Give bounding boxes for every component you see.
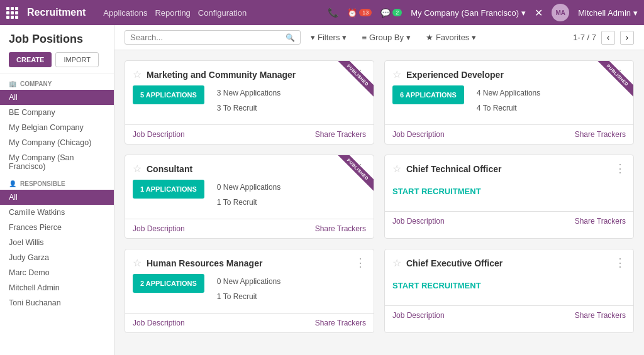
consultant-app-btn[interactable]: 1 APPLICATIONS xyxy=(133,180,204,199)
marketing-share-trackers-link[interactable]: Share Trackers xyxy=(315,130,366,139)
nav-reporting[interactable]: Reporting xyxy=(155,8,190,18)
responsible-section-label: RESPONSIBLE xyxy=(20,180,65,187)
favorites-chevron-icon: ▾ xyxy=(472,33,476,42)
expdev-star-icon[interactable]: ☆ xyxy=(392,68,401,80)
card-ceo: ☆ Chief Executive Officer ⋮ START RECRUI… xyxy=(384,249,634,333)
consultant-card-title: Consultant xyxy=(147,164,192,174)
sidebar-item-camille[interactable]: Camille Watkins xyxy=(0,205,114,220)
card-hr-manager: ☆ Human Resources Manager ⋮ 2 APPLICATIO… xyxy=(125,249,374,333)
toolbar: 🔍 ▾ Filters ▾ ≡ Group By ▾ ★ Favorites ▾… xyxy=(114,25,644,50)
expdev-stats: 4 New Applications 4 To Recruit xyxy=(477,85,540,116)
expdev-menu-icon[interactable]: ⋮ xyxy=(614,68,626,80)
ceo-star-icon[interactable]: ☆ xyxy=(392,257,401,269)
consultant-share-trackers-link[interactable]: Share Trackers xyxy=(315,224,366,233)
group-by-button[interactable]: ≡ Group By ▾ xyxy=(357,30,416,45)
ceo-share-trackers-link[interactable]: Share Trackers xyxy=(575,311,626,320)
marketing-stats: 3 New Applications 3 To Recruit xyxy=(217,85,280,116)
card-marketing: ☆ Marketing and Community Manager ⋮ PUBL… xyxy=(125,60,374,145)
sidebar-item-judy[interactable]: Judy Garza xyxy=(0,250,114,265)
building-icon: 🏢 xyxy=(9,80,16,87)
company-selector[interactable]: My Company (San Francisco) ▾ xyxy=(411,8,526,18)
pagination-label: 1-7 / 7 xyxy=(573,33,596,42)
marketing-app-btn[interactable]: 5 APPLICATIONS xyxy=(133,85,204,104)
activity-btn[interactable]: ⏰ 13 xyxy=(347,8,372,18)
nav-applications[interactable]: Applications xyxy=(103,8,147,18)
favorites-button[interactable]: ★ Favorites ▾ xyxy=(421,30,481,45)
marketing-card-title: Marketing and Community Manager xyxy=(147,70,296,80)
search-input[interactable] xyxy=(130,33,286,42)
cto-star-icon[interactable]: ☆ xyxy=(392,163,401,175)
marketing-star-icon[interactable]: ☆ xyxy=(133,68,142,80)
brand-label: Recruitment xyxy=(27,7,86,18)
sidebar-item-responsible-all[interactable]: All xyxy=(0,190,114,205)
hr-share-trackers-link[interactable]: Share Trackers xyxy=(315,319,366,327)
sidebar: Job Positions CREATE IMPORT 🏢 COMPANY Al… xyxy=(0,25,114,355)
groupby-chevron-icon: ▾ xyxy=(406,33,411,42)
search-icon: 🔍 xyxy=(286,33,295,42)
phone-icon[interactable]: 📞 xyxy=(328,8,338,18)
sidebar-item-chicago[interactable]: My Company (Chicago) xyxy=(0,135,114,150)
top-nav: Recruitment Applications Reporting Confi… xyxy=(0,0,644,25)
expdev-share-trackers-link[interactable]: Share Trackers xyxy=(575,130,626,139)
sidebar-item-be-company[interactable]: BE Company xyxy=(0,105,114,120)
card-consultant: ☆ Consultant ⋮ PUBLISHED 1 APPLICATIONS … xyxy=(125,155,374,239)
cto-menu-icon[interactable]: ⋮ xyxy=(614,163,626,174)
expdev-card-title: Experienced Developer xyxy=(406,70,504,80)
close-icon[interactable]: ✕ xyxy=(535,7,543,19)
ceo-job-desc-link[interactable]: Job Description xyxy=(392,311,445,320)
card-cto: ☆ Chief Technical Officer ⋮ START RECRUI… xyxy=(384,155,634,239)
message-btn[interactable]: 💬 2 xyxy=(380,8,402,18)
import-button[interactable]: IMPORT xyxy=(55,52,99,67)
next-page-button[interactable]: › xyxy=(620,31,634,45)
hr-card-title: Human Resources Manager xyxy=(147,258,262,268)
marketing-menu-icon[interactable]: ⋮ xyxy=(355,68,366,80)
sidebar-item-belgian-company[interactable]: My Belgian Company xyxy=(0,120,114,135)
expdev-app-btn[interactable]: 6 APPLICATIONS xyxy=(392,85,464,104)
sidebar-item-toni[interactable]: Toni Buchanan xyxy=(0,295,114,310)
prev-page-button[interactable]: ‹ xyxy=(601,31,615,45)
user-name[interactable]: Mitchell Admin ▾ xyxy=(578,8,638,18)
user-avatar[interactable]: MA xyxy=(552,4,569,21)
sidebar-item-marc[interactable]: Marc Demo xyxy=(0,265,114,280)
sidebar-item-frances[interactable]: Frances Pierce xyxy=(0,220,114,235)
consultant-star-icon[interactable]: ☆ xyxy=(133,163,142,175)
cto-share-trackers-link[interactable]: Share Trackers xyxy=(575,217,626,226)
create-button[interactable]: CREATE xyxy=(9,52,52,67)
main-content: 🔍 ▾ Filters ▾ ≡ Group By ▾ ★ Favorites ▾… xyxy=(114,25,644,355)
company-section-label: COMPANY xyxy=(20,80,52,87)
star-favorites-icon: ★ xyxy=(426,33,433,42)
filter-icon: ▾ xyxy=(311,33,315,42)
marketing-job-desc-link[interactable]: Job Description xyxy=(133,130,185,139)
search-box: 🔍 xyxy=(125,30,301,45)
sidebar-item-company-all[interactable]: All xyxy=(0,90,114,105)
hr-star-icon[interactable]: ☆ xyxy=(133,257,142,269)
ceo-card-title: Chief Executive Officer xyxy=(406,258,502,268)
filters-button[interactable]: ▾ Filters ▾ xyxy=(306,30,352,45)
hr-job-desc-link[interactable]: Job Description xyxy=(133,319,185,327)
ceo-start-recruitment-btn[interactable]: START RECRUITMENT xyxy=(392,281,481,290)
cards-area: ☆ Marketing and Community Manager ⋮ PUBL… xyxy=(114,50,644,355)
nav-configuration[interactable]: Configuration xyxy=(198,8,247,18)
cto-job-desc-link[interactable]: Job Description xyxy=(392,217,445,226)
consultant-stats: 0 New Applications 1 To Recruit xyxy=(217,180,280,210)
cards-grid: ☆ Marketing and Community Manager ⋮ PUBL… xyxy=(125,60,634,333)
groupby-icon: ≡ xyxy=(362,33,367,42)
grid-icon[interactable] xyxy=(6,7,18,19)
page-title: Job Positions xyxy=(0,25,114,48)
hr-app-btn[interactable]: 2 APPLICATIONS xyxy=(133,274,204,293)
hr-menu-icon[interactable]: ⋮ xyxy=(355,257,366,268)
ceo-menu-icon[interactable]: ⋮ xyxy=(614,257,626,268)
sidebar-item-joel[interactable]: Joel Willis xyxy=(0,235,114,250)
expdev-job-desc-link[interactable]: Job Description xyxy=(392,130,445,139)
cto-card-title: Chief Technical Officer xyxy=(406,164,501,174)
card-experienced-dev: ☆ Experienced Developer ⋮ PUBLISHED 6 AP… xyxy=(384,60,634,145)
consultant-menu-icon[interactable]: ⋮ xyxy=(355,163,366,174)
sidebar-item-mitchell[interactable]: Mitchell Admin xyxy=(0,280,114,295)
person-icon: 👤 xyxy=(9,180,16,187)
consultant-job-desc-link[interactable]: Job Description xyxy=(133,224,185,233)
cto-start-recruitment-btn[interactable]: START RECRUITMENT xyxy=(392,187,481,196)
filters-chevron-icon: ▾ xyxy=(342,33,347,42)
sidebar-item-sf[interactable]: My Company (San Francisco) xyxy=(0,150,114,174)
hr-stats: 0 New Applications 1 To Recruit xyxy=(217,274,280,304)
